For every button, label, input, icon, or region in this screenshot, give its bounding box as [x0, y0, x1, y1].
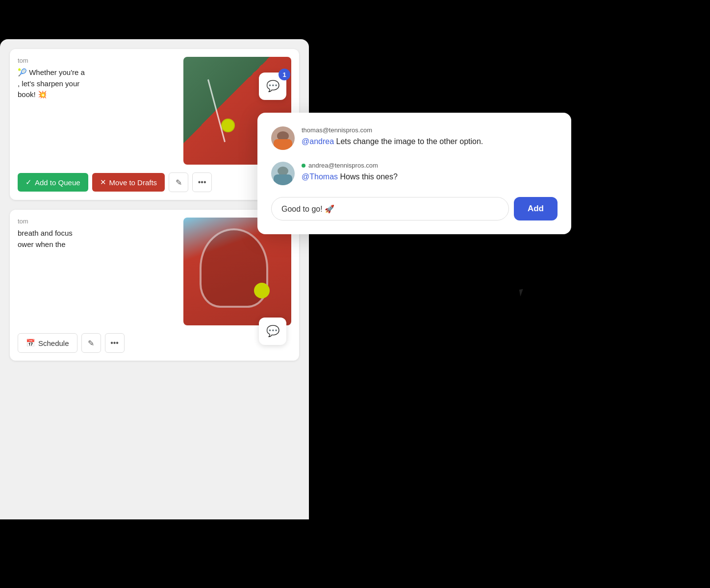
- edit-button-1[interactable]: ✎: [169, 172, 188, 192]
- schedule-icon: 📅: [26, 339, 35, 347]
- notification-badge: 1: [279, 69, 290, 80]
- post-2-text: breath and focusower when the: [18, 228, 178, 250]
- pencil-icon: ✎: [176, 178, 182, 187]
- andrea-email: andrea@tennispros.com: [302, 162, 398, 169]
- comment-bubble-button-1[interactable]: 💬 1: [259, 73, 286, 100]
- comment-bubble-button-2[interactable]: 💬: [259, 318, 286, 345]
- comment-2-body: andrea@tennispros.com @Thomas Hows this …: [302, 162, 398, 185]
- comment-item-1: thomas@tennispros.com @andrea Lets chang…: [271, 126, 558, 150]
- schedule-button[interactable]: 📅 Schedule: [18, 333, 77, 353]
- post-card-2: tom breath and focusower when the 📅 Sche…: [10, 210, 299, 361]
- cursor: [520, 289, 530, 299]
- thomas-email: thomas@tennispros.com: [302, 126, 483, 134]
- andrea-comment-text: @Thomas Hows this ones?: [302, 171, 398, 183]
- avatar-andrea: [271, 162, 295, 185]
- post-1-content: tom 🎾 Whether you're a, let's sharpen yo…: [18, 57, 178, 100]
- checkmark-icon: ✓: [25, 178, 32, 187]
- online-status-dot: [302, 164, 305, 168]
- chat-bubble-icon-1: 💬: [266, 80, 279, 93]
- post-2-actions: 📅 Schedule ✎ •••: [10, 333, 299, 361]
- edit-button-2[interactable]: ✎: [81, 333, 101, 353]
- ellipsis-icon: •••: [198, 178, 206, 187]
- thomas-comment-text: @andrea Lets change the image to the oth…: [302, 136, 483, 147]
- ellipsis-icon-2: •••: [110, 339, 119, 347]
- thomas-mention: @Thomas: [302, 172, 338, 181]
- app-panel: tom 🎾 Whether you're a, let's sharpen yo…: [0, 39, 309, 519]
- comment-panel: thomas@tennispros.com @andrea Lets chang…: [257, 113, 571, 234]
- more-options-button-2[interactable]: •••: [105, 333, 125, 353]
- avatar-thomas: [271, 126, 295, 150]
- post-card-1: tom 🎾 Whether you're a, let's sharpen yo…: [10, 49, 299, 200]
- move-to-drafts-button[interactable]: ✕ Move to Drafts: [92, 173, 165, 192]
- andrea-mention: @andrea: [302, 137, 334, 146]
- comment-input-row: Add: [271, 197, 558, 220]
- andrea-avatar-image: [271, 162, 295, 185]
- comment-input[interactable]: [271, 197, 509, 220]
- post-1-source: tom: [18, 57, 178, 64]
- post-2-source: tom: [18, 218, 178, 225]
- thomas-avatar-image: [271, 126, 295, 150]
- post-2-content: tom breath and focusower when the: [18, 218, 178, 250]
- x-icon: ✕: [100, 178, 106, 187]
- post-1-actions: ✓ Add to Queue ✕ Move to Drafts ✎ •••: [10, 172, 299, 200]
- comment-1-body: thomas@tennispros.com @andrea Lets chang…: [302, 126, 483, 150]
- pencil-icon-2: ✎: [88, 339, 94, 348]
- chat-bubble-icon-2: 💬: [266, 325, 279, 338]
- comment-item-2: andrea@tennispros.com @Thomas Hows this …: [271, 162, 558, 185]
- more-options-button-1[interactable]: •••: [192, 172, 212, 192]
- tennis-ball-2-graphic: [254, 283, 270, 298]
- tennis-ball-graphic: [221, 119, 235, 132]
- add-to-queue-button[interactable]: ✓ Add to Queue: [18, 173, 88, 192]
- post-1-text: 🎾 Whether you're a, let's sharpen your b…: [18, 67, 178, 100]
- add-comment-button[interactable]: Add: [514, 197, 558, 220]
